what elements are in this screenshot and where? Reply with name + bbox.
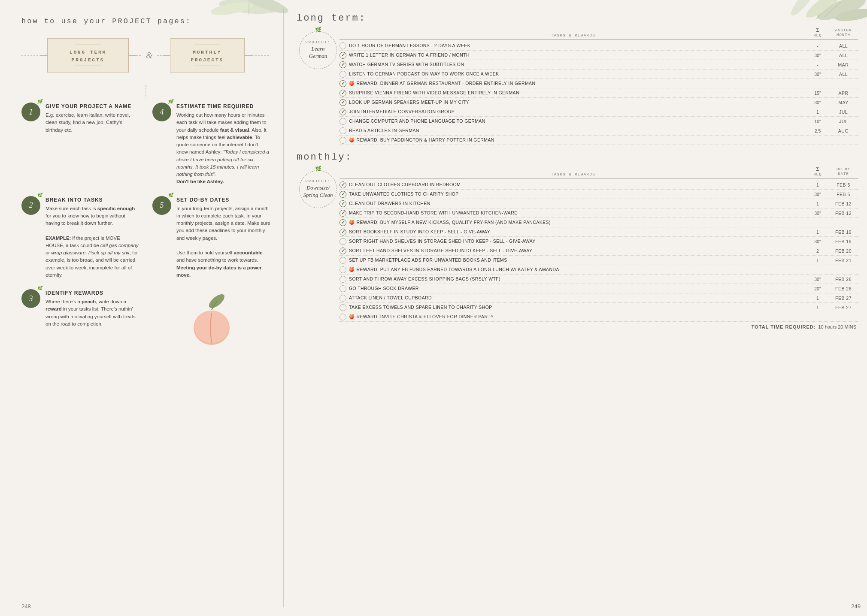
task-text: SORT LEFT HAND SHELVES IN STORAGE SHED I… bbox=[349, 248, 807, 254]
task-row: ✓SURPRISE VIENNA FRIEND WITH VIDEO MESSA… bbox=[340, 88, 858, 98]
task-checkbox[interactable] bbox=[340, 285, 346, 292]
task-checkbox[interactable]: ✓ bbox=[340, 90, 346, 97]
task-row: ✓WRITE 1 LETTER IN GERMAN TO A FRIEND / … bbox=[340, 51, 858, 60]
task-checkbox[interactable] bbox=[340, 118, 346, 125]
monthly-header-row: TASKS & REWARDS Σ REQ DO BYDATE bbox=[340, 166, 858, 178]
task-row: 🍑REWARD: PUT ANY FB FUNDS EARNED TOWARDS… bbox=[340, 265, 858, 275]
long-term-block: 🌿 PROJECT: LearnGerman TASKS & REWARDS Σ… bbox=[297, 27, 858, 145]
task-assign: JUL bbox=[828, 109, 858, 115]
task-text: DO 1 HOUR OF GERMAN LESSONS - 2 DAYS A W… bbox=[349, 43, 807, 49]
long-term-task-list: DO 1 HOUR OF GERMAN LESSONS - 2 DAYS A W… bbox=[340, 41, 858, 145]
task-checkbox[interactable]: ✓ bbox=[340, 229, 346, 236]
step-1-circle: 🌿 1 bbox=[21, 103, 40, 121]
task-checkbox[interactable] bbox=[340, 137, 346, 144]
task-checkbox[interactable]: ✓ bbox=[340, 61, 346, 68]
monthly-tasks-rewards-header: TASKS & REWARDS bbox=[340, 172, 807, 177]
task-req: 30" bbox=[807, 53, 828, 58]
task-req: 30" bbox=[807, 211, 828, 216]
monthly-circle-leaf-icon: 🌿 bbox=[315, 166, 321, 172]
task-assign: MAR bbox=[828, 62, 858, 67]
task-req: 1 bbox=[807, 229, 828, 235]
task-text: GO THROUGH SOCK DRAWER bbox=[349, 286, 807, 292]
task-row: ✓🍑REWARD: DINNER AT GERMAN RESTAURANT - … bbox=[340, 79, 858, 88]
task-checkbox[interactable] bbox=[340, 71, 346, 78]
task-checkbox[interactable]: ✓ bbox=[340, 210, 346, 217]
task-checkbox[interactable] bbox=[340, 257, 346, 264]
task-text: SORT RIGHT HAND SHELVES IN STORAGE SHED … bbox=[349, 239, 807, 245]
task-checkbox[interactable] bbox=[340, 314, 346, 320]
monthly-header: monthly: bbox=[297, 152, 858, 163]
task-text: 🍑REWARD: PUT ANY FB FUNDS EARNED TOWARDS… bbox=[349, 267, 807, 273]
task-checkbox[interactable] bbox=[340, 42, 346, 49]
long-term-tasks-area: TASKS & REWARDS Σ REQ ASSIGNMONTH DO 1 H… bbox=[340, 27, 858, 145]
task-checkbox[interactable] bbox=[340, 127, 346, 134]
task-row: ✓LOOK UP GERMAN SPEAKERS MEET-UP IN MY C… bbox=[340, 98, 858, 107]
task-text: JOIN INTERMEDIATE CONVERSATION GROUP bbox=[349, 109, 807, 115]
task-text: 🍑REWARD: INVITE CHRISTA & ELI OVER FOR D… bbox=[349, 314, 807, 320]
task-row: DO 1 HOUR OF GERMAN LESSONS - 2 DAYS A W… bbox=[340, 41, 858, 51]
monthly-task-list: ✓CLEAN OUT CLOTHES CUPBOARD IN BEDROOM1F… bbox=[340, 180, 858, 322]
peach-reward-icon: 🍑 bbox=[349, 137, 355, 142]
task-req: 1 bbox=[807, 201, 828, 206]
long-term-header-row: TASKS & REWARDS Σ REQ ASSIGNMONTH bbox=[340, 27, 858, 39]
task-checkbox[interactable]: ✓ bbox=[340, 109, 346, 115]
task-text: WRITE 1 LETTER IN GERMAN TO A FRIEND / M… bbox=[349, 52, 807, 58]
peach-reward-icon: 🍑 bbox=[349, 314, 355, 319]
task-checkbox[interactable] bbox=[340, 238, 346, 245]
task-checkbox[interactable]: ✓ bbox=[340, 80, 346, 87]
task-assign: FEB 19 bbox=[828, 239, 858, 244]
task-checkbox[interactable] bbox=[340, 266, 346, 273]
step-3: 🌿 3 IDENTIFY REWARDS Where there's a pea… bbox=[21, 289, 139, 353]
task-row: SET UP FB MARKETPLACE ADS FOR UNWANTED B… bbox=[340, 256, 858, 265]
task-text: TAKE UNWANTED CLOTHES TO CHARITY SHOP bbox=[349, 191, 807, 197]
task-text: SURPRISE VIENNA FRIEND WITH VIDEO MESSAG… bbox=[349, 90, 807, 96]
step-3-circle: 🌿 3 bbox=[21, 289, 40, 308]
step-3-content: IDENTIFY REWARDS Where there's a peach, … bbox=[45, 289, 139, 328]
step-2-circle: 🌿 2 bbox=[21, 196, 40, 215]
task-checkbox[interactable] bbox=[340, 276, 346, 283]
task-text: LOOK UP GERMAN SPEAKERS MEET-UP IN MY CI… bbox=[349, 100, 807, 106]
task-assign: JUL bbox=[828, 119, 858, 124]
task-row: ✓TAKE UNWANTED CLOTHES TO CHARITY SHOP30… bbox=[340, 190, 858, 199]
task-req: 1 bbox=[807, 182, 828, 187]
task-assign: FEB 5 bbox=[828, 182, 858, 187]
monthly-assign-header: DO BYDATE bbox=[828, 167, 858, 177]
task-checkbox[interactable] bbox=[340, 295, 346, 302]
task-req: 1 bbox=[807, 296, 828, 301]
task-checkbox[interactable]: ✓ bbox=[340, 99, 346, 106]
task-req: 30" bbox=[807, 100, 828, 105]
task-row: ✓WATCH GERMAN TV SERIES WITH SUBTITLES O… bbox=[340, 60, 858, 69]
task-req: 1 bbox=[807, 305, 828, 310]
task-assign: FEB 26 bbox=[828, 277, 858, 282]
task-req: 2.5 bbox=[807, 128, 828, 133]
step-3-text: Where there's a peach, write down a rewa… bbox=[45, 298, 139, 328]
task-assign: APR bbox=[828, 91, 858, 96]
task-row: ✓MAKE TRIP TO SECOND-HAND STORE WITH UNW… bbox=[340, 208, 858, 218]
step-2: 🌿 2 BREAK INTO TASKS Make sure each task… bbox=[21, 196, 139, 279]
task-req: 30" bbox=[807, 239, 828, 244]
task-row: CHANGE COMPUTER AND PHONE LANGUAGE TO GE… bbox=[340, 117, 858, 126]
steps-container: 🌿 1 GIVE YOUR PROJECT A NAME E.g. exerci… bbox=[21, 103, 270, 353]
task-assign: FEB 26 bbox=[828, 286, 858, 291]
task-checkbox[interactable]: ✓ bbox=[340, 52, 346, 59]
step-5-text: In your long-term projects, assign a mon… bbox=[176, 205, 270, 279]
task-text: 🍑REWARD: BUY MYSELF A NEW KICKASS, QUALI… bbox=[349, 220, 807, 226]
task-text: TAKE EXCESS TOWELS AND SPARE LINEN TO CH… bbox=[349, 305, 807, 311]
task-checkbox[interactable]: ✓ bbox=[340, 181, 346, 188]
long-term-header: long term: bbox=[297, 9, 858, 24]
step-4-text: Working out how many hours or minutes ea… bbox=[176, 112, 270, 186]
task-checkbox[interactable]: ✓ bbox=[340, 219, 346, 226]
task-req: - bbox=[807, 43, 828, 48]
task-checkbox[interactable]: ✓ bbox=[340, 191, 346, 198]
task-checkbox[interactable]: ✓ bbox=[340, 248, 346, 254]
step-5-circle: 🌿 5 bbox=[152, 196, 171, 215]
task-checkbox[interactable]: ✓ bbox=[340, 200, 346, 207]
task-assign: FEB 27 bbox=[828, 305, 858, 310]
step-4-content: ESTIMATE TIME REQUIRED Working out how m… bbox=[176, 103, 270, 186]
task-row: LISTEN TO GERMAN PODCAST ON WAY TO WORK … bbox=[340, 69, 858, 79]
task-checkbox[interactable] bbox=[340, 304, 346, 311]
task-assign: ALL bbox=[828, 72, 858, 77]
monthly-circle: 🌿 PROJECT: Downsize/Spring Clean bbox=[299, 170, 337, 208]
task-row: ✓CLEAN OUT CLOTHES CUPBOARD IN BEDROOM1F… bbox=[340, 180, 858, 190]
page-number-left: 248 bbox=[21, 603, 31, 610]
